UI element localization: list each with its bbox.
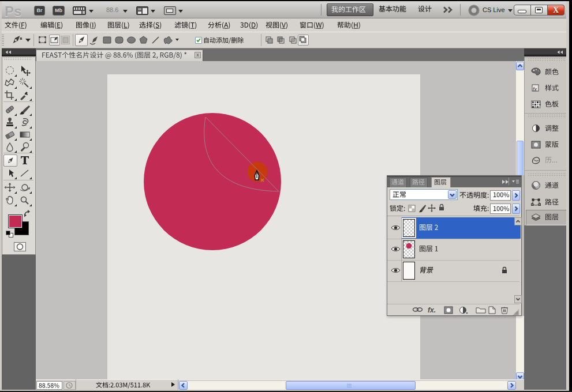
svg-text:fx: fx	[533, 86, 537, 92]
